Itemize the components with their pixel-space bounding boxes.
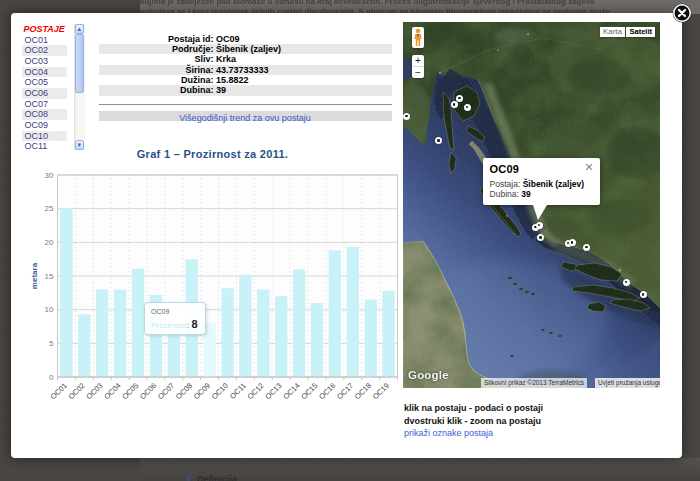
svg-text:25: 25: [45, 204, 54, 213]
svg-text:OC17: OC17: [335, 381, 355, 401]
svg-text:OC10: OC10: [210, 381, 230, 401]
svg-text:0: 0: [49, 373, 54, 382]
svg-text:OC02: OC02: [66, 381, 86, 401]
svg-text:OC14: OC14: [281, 381, 301, 401]
svg-text:OC12: OC12: [245, 381, 265, 401]
svg-text:OC09: OC09: [192, 381, 212, 401]
svg-text:OC16: OC16: [317, 381, 337, 401]
svg-text:15: 15: [45, 272, 54, 281]
svg-text:OC18: OC18: [353, 381, 373, 401]
svg-text:30: 30: [45, 171, 54, 180]
svg-text:OC07: OC07: [156, 381, 176, 401]
svg-text:OC03: OC03: [84, 381, 104, 401]
svg-text:10: 10: [45, 305, 54, 314]
svg-text:5: 5: [49, 339, 54, 348]
svg-text:OC11: OC11: [228, 381, 248, 401]
svg-text:OC04: OC04: [102, 381, 122, 401]
svg-text:20: 20: [45, 238, 54, 247]
svg-text:OC15: OC15: [299, 381, 319, 401]
svg-text:OC06: OC06: [138, 381, 158, 401]
svg-text:OC08: OC08: [174, 381, 194, 401]
svg-text:OC19: OC19: [371, 381, 391, 401]
svg-text:OC01: OC01: [49, 381, 69, 401]
svg-text:OC05: OC05: [120, 381, 140, 401]
svg-text:metara: metara: [30, 262, 39, 289]
svg-text:OC13: OC13: [263, 381, 283, 401]
